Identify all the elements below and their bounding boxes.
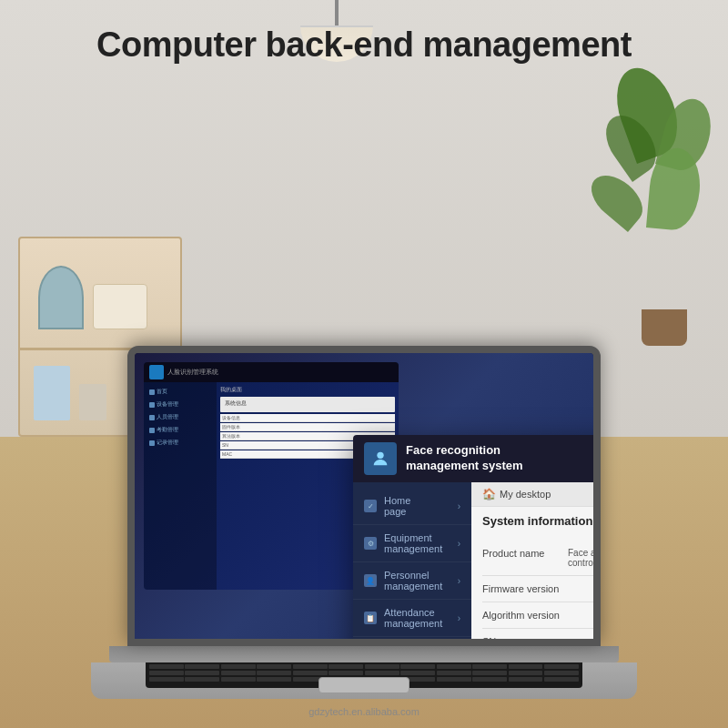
shelf-vase [38, 266, 84, 329]
key [437, 664, 471, 669]
attendance-arrow: › [458, 613, 460, 623]
key [329, 671, 363, 675]
popup-main-content: 🏠 My desktop System information Product … [471, 482, 601, 646]
key [149, 671, 184, 675]
info-row-firmware: Firmware version [482, 576, 601, 602]
face-recognition-icon [364, 442, 397, 475]
firmware-label: Firmware version [482, 583, 564, 594]
key [329, 664, 363, 669]
mini-nav-record: 记录管理 [147, 437, 213, 449]
key [509, 671, 543, 675]
popup-window: Face recognitionmanagement system ☰ ✓ Ho… [353, 435, 601, 646]
popup-sidebar: ✓ Homepage › ⚙ Equipmentmanagement › 👤 P… [353, 482, 471, 646]
key [400, 664, 435, 669]
key [544, 671, 579, 675]
plant-decoration [619, 73, 710, 346]
home-arrow: › [458, 501, 460, 511]
key [293, 664, 328, 669]
key [185, 664, 219, 669]
key [185, 677, 219, 682]
mini-sysinfo-label: 系统信息 [223, 399, 392, 409]
product-name-label: Product name [482, 548, 564, 559]
desktop-bar: 🏠 My desktop [471, 482, 601, 507]
key [221, 671, 256, 675]
info-row-algorithm: Algorithm version [482, 602, 601, 629]
algorithm-label: Algorithm version [482, 610, 564, 621]
info-row-sn: SN [482, 629, 601, 646]
laptop-keyboard-base [109, 646, 619, 662]
equipment-arrow: › [458, 539, 460, 549]
key [185, 671, 219, 675]
mini-nav-attend: 考勤管理 [147, 424, 213, 436]
shelf-decor [93, 284, 147, 329]
desktop-home-icon: 🏠 [482, 488, 496, 500]
nav-item-personnel[interactable]: 👤 Personnelmanagement › [353, 562, 471, 600]
key [257, 677, 291, 682]
mini-nav-home: 首页 [147, 386, 213, 398]
watermark: gdzytech.en.alibaba.com [0, 706, 728, 717]
system-info-section: System information Product name Face acc… [471, 507, 601, 646]
key [509, 664, 543, 669]
nav-item-attendance[interactable]: 📋 Attendancemanagement › [353, 600, 471, 637]
trackpad[interactable] [318, 677, 410, 693]
nav-item-home[interactable]: ✓ Homepage › [353, 488, 471, 525]
mini-info-1: 设备信息 [220, 414, 395, 422]
mini-header-icon [149, 365, 164, 379]
plant-leaves [628, 73, 701, 255]
svg-point-0 [377, 452, 383, 459]
key-row-2 [149, 671, 579, 675]
nav-equipment-label: Equipmentmanagement [384, 532, 442, 554]
nav-item-record[interactable]: 📁 Recordmanagement › [353, 637, 471, 646]
key [437, 677, 471, 682]
key [149, 664, 184, 669]
attendance-nav-icon: 📋 [364, 612, 377, 624]
key [221, 664, 256, 669]
equipment-nav-icon: ⚙ [364, 537, 377, 550]
key [365, 671, 399, 675]
key [544, 677, 579, 682]
key [509, 677, 543, 682]
nav-attendance-label: Attendancemanagement [384, 607, 442, 629]
info-row-product: Product name Face access control [482, 541, 601, 576]
mini-sidebar: 首页 设备管理 人员管理 考勤管理 记录管理 [144, 382, 217, 590]
product-name-value: Face access control [568, 548, 601, 568]
desktop-bar-label: My desktop [500, 489, 551, 500]
laptop: 人脸识别管理系统 首页 设备管理 人员管理 考勤 [91, 346, 637, 699]
key [257, 671, 291, 675]
system-info-title: System information [482, 514, 601, 531]
key [293, 671, 328, 675]
key [472, 664, 507, 669]
key [472, 677, 507, 682]
page-title: Computer back-end management [0, 25, 728, 65]
mini-header: 人脸识别管理系统 [144, 362, 399, 382]
key-row-1 [149, 664, 579, 669]
key [149, 677, 184, 682]
key [400, 671, 435, 675]
sn-label: SN [482, 636, 564, 646]
key [257, 664, 291, 669]
nav-personnel-label: Personnelmanagement [384, 570, 442, 592]
nav-home-label: Homepage [384, 495, 410, 517]
home-nav-icon: ✓ [364, 500, 377, 512]
key [365, 664, 399, 669]
mini-desktop-label: 我的桌面 [220, 386, 395, 394]
key [437, 671, 471, 675]
popup-title: Face recognitionmanagement system [406, 443, 523, 474]
mini-nav-equip: 设备管理 [147, 399, 213, 410]
personnel-nav-icon: 👤 [364, 574, 377, 587]
popup-body: ✓ Homepage › ⚙ Equipmentmanagement › 👤 P… [353, 482, 601, 646]
mini-nav-person: 人员管理 [147, 411, 213, 423]
shelf-book1 [34, 366, 70, 420]
personnel-arrow: › [458, 576, 460, 586]
key [221, 677, 256, 682]
laptop-bottom [91, 662, 637, 699]
mini-info-2: 固件版本 [220, 423, 395, 431]
mini-header-title: 人脸识别管理系统 [167, 368, 218, 377]
plant-pot [642, 309, 687, 346]
lamp-cord [335, 0, 339, 27]
nav-record-label: Recordmanagement [384, 644, 442, 646]
nav-item-equipment[interactable]: ⚙ Equipmentmanagement › [353, 525, 471, 562]
laptop-screen: 人脸识别管理系统 首页 设备管理 人员管理 考勤 [127, 346, 601, 646]
key [472, 671, 507, 675]
popup-header: Face recognitionmanagement system ☰ [353, 435, 601, 482]
